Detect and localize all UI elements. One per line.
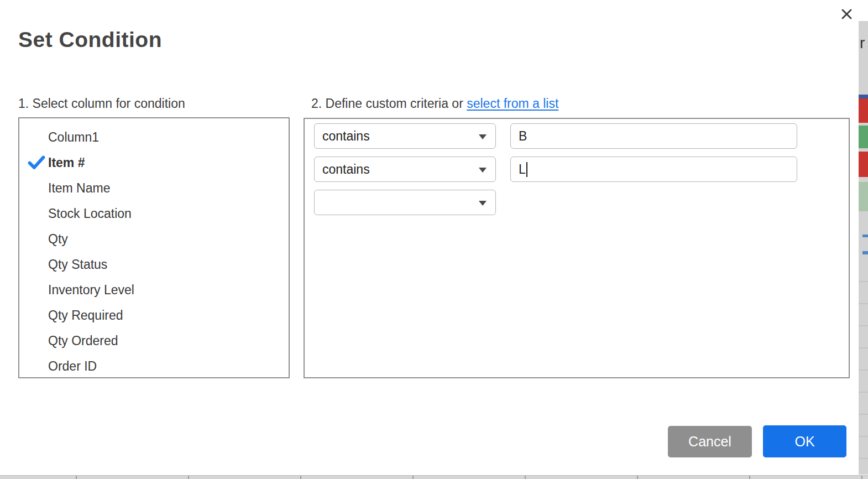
column-option[interactable]: Item Name [19, 175, 289, 201]
background-column-separator [188, 476, 189, 479]
check-icon [19, 232, 48, 246]
column-option[interactable]: Inventory Level [19, 277, 289, 303]
check-icon [19, 359, 48, 373]
set-condition-dialog: Set Condition 1. Select column for condi… [0, 0, 868, 479]
column-option[interactable]: Column1 [19, 124, 289, 150]
background-column-separator [861, 476, 862, 479]
column-option[interactable]: Stock Location [19, 201, 289, 226]
criteria-value-input[interactable]: L [510, 157, 797, 182]
check-icon [19, 334, 48, 348]
background-column-separator [637, 476, 638, 479]
criteria-row: contains L [314, 157, 849, 182]
background-cell-green [859, 126, 868, 148]
column-option-label: Column1 [48, 130, 99, 145]
select-column-section-label: 1. Select column for condition [18, 95, 185, 112]
operator-dropdown[interactable]: contains [314, 157, 496, 182]
operator-dropdown[interactable]: contains [314, 123, 496, 149]
column-option[interactable]: Qty [19, 226, 289, 252]
column-list: Column1 Item # Item Name Stock Location [18, 117, 290, 378]
criteria-row: contains B [314, 123, 849, 149]
ok-button[interactable]: OK [763, 425, 846, 457]
background-bottom-strip [0, 475, 868, 479]
check-icon [19, 283, 48, 297]
check-icon [19, 308, 48, 322]
check-icon [19, 155, 48, 170]
background-column-separator [300, 476, 301, 479]
column-option-label: Qty Required [48, 308, 123, 323]
background-cell-darkblue [859, 95, 868, 98]
check-icon [19, 257, 48, 272]
column-option[interactable]: Qty Ordered [19, 328, 289, 353]
column-option-label: Qty Ordered [48, 334, 118, 348]
close-icon[interactable] [837, 4, 856, 23]
cancel-button[interactable]: Cancel [668, 426, 752, 457]
chevron-down-icon [479, 134, 487, 139]
column-option-label: Inventory Level [48, 283, 134, 298]
criteria-value-text: L [519, 162, 526, 177]
operator-dropdown-value: contains [322, 162, 370, 177]
select-from-list-link[interactable]: select from a list [467, 96, 558, 111]
check-icon [19, 130, 48, 144]
background-column-separator [412, 476, 414, 479]
chevron-down-icon [479, 201, 487, 206]
column-option[interactable]: Qty Status [19, 252, 289, 277]
define-criteria-section-label: 2. Define custom criteria or select from… [311, 95, 558, 112]
close-x-glyph [841, 8, 853, 20]
chevron-down-icon [479, 168, 487, 173]
column-option-label: Order ID [48, 359, 97, 374]
background-link-fragment [862, 235, 868, 237]
column-option[interactable]: Item # [19, 150, 289, 175]
background-cell-lightgreen [859, 182, 868, 211]
background-cell-red [859, 152, 868, 177]
column-option[interactable]: Qty Required [19, 303, 289, 328]
column-option[interactable]: Order ID [19, 353, 289, 378]
dialog-title: Set Condition [18, 28, 162, 52]
column-option-label: Qty [48, 232, 68, 247]
column-option-label: Item Name [48, 181, 110, 196]
column-option-label: Stock Location [48, 206, 132, 221]
operator-dropdown[interactable] [314, 190, 496, 215]
background-column-separator [76, 476, 77, 479]
background-row-lines [859, 260, 868, 472]
text-cursor [526, 162, 527, 177]
column-option-label: Qty Status [48, 257, 107, 272]
criteria-value-input[interactable]: B [510, 123, 797, 149]
background-link-fragment [862, 251, 868, 254]
background-column-separator [749, 476, 750, 479]
column-option-label: Item # [48, 155, 85, 170]
background-page-sliver: r [859, 21, 868, 475]
background-column-separator [525, 476, 526, 479]
check-icon [19, 206, 48, 221]
criteria-value-text: B [519, 129, 527, 144]
criteria-label-text: 2. Define custom criteria or [311, 96, 467, 111]
criteria-row [314, 190, 849, 215]
check-icon [19, 181, 48, 195]
background-cell-red [859, 98, 868, 123]
criteria-panel: contains B contains L [304, 118, 850, 378]
operator-dropdown-value: contains [322, 129, 370, 144]
background-partial-text: r [860, 34, 865, 52]
